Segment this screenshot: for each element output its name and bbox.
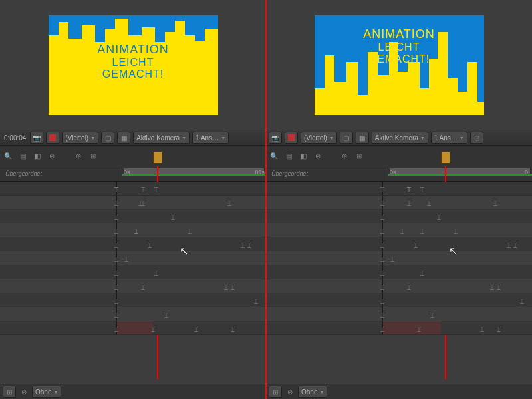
track-row[interactable]	[0, 307, 266, 321]
motion-blur-icon[interactable]: ⊚	[73, 150, 84, 161]
track-row[interactable]	[266, 279, 532, 293]
keyframe-icon[interactable]	[134, 227, 140, 233]
track-lane[interactable]	[383, 237, 532, 251]
track-lane[interactable]	[383, 209, 532, 223]
track-lane[interactable]	[383, 307, 532, 321]
motion-blur-icon[interactable]: ⊚	[339, 150, 350, 161]
track-row[interactable]	[266, 307, 532, 321]
resolution-dropdown[interactable]: (Viertel)▼	[301, 132, 337, 144]
keyframe-icon[interactable]	[520, 297, 525, 303]
keyframe-icon[interactable]	[480, 325, 485, 331]
blendmode-dropdown[interactable]: Ohne▼	[32, 386, 61, 398]
track-row[interactable]	[0, 321, 266, 335]
search-icon[interactable]: 🔍	[269, 150, 279, 161]
track-lane[interactable]	[117, 321, 266, 334]
keyframe-icon[interactable]	[414, 241, 419, 247]
keyframe-icon[interactable]	[171, 213, 176, 219]
keyframe-icon[interactable]	[407, 186, 412, 191]
draft3d-icon[interactable]: ◧	[32, 150, 43, 161]
frame-blend-icon[interactable]: ⊘	[47, 150, 57, 161]
snapshot-button[interactable]: 📷	[269, 132, 282, 144]
track-lane[interactable]	[383, 182, 532, 195]
graph-editor-icon[interactable]: ⊞	[354, 150, 364, 161]
views-dropdown[interactable]: 1 Ans…▼	[192, 132, 229, 144]
track-lane[interactable]	[383, 321, 532, 334]
fast-previews-button[interactable]: ⊡	[470, 132, 483, 144]
track-row[interactable]	[266, 182, 532, 196]
keyframe-icon[interactable]	[247, 241, 253, 247]
track-row[interactable]	[266, 251, 532, 265]
keyframe-icon[interactable]	[154, 186, 160, 191]
views-dropdown[interactable]: 1 Ans…▼	[431, 132, 467, 144]
link-icon[interactable]: ⊘	[285, 386, 295, 397]
keyframe-icon[interactable]	[231, 325, 236, 331]
track-row[interactable]	[266, 237, 532, 251]
track-row[interactable]	[0, 182, 266, 196]
track-row[interactable]	[0, 251, 266, 265]
keyframe-icon[interactable]	[241, 241, 246, 247]
toggle-switches-button[interactable]: ⊞	[269, 386, 282, 398]
track-row[interactable]	[0, 196, 266, 209]
keyframe-icon[interactable]	[124, 255, 130, 261]
keyframe-icon[interactable]	[138, 200, 144, 205]
keyframe-icon[interactable]	[254, 297, 259, 303]
transparency-grid-button[interactable]: ▦	[117, 132, 130, 144]
time-ruler-left[interactable]: 0s 01s	[122, 166, 266, 181]
track-lane[interactable]	[383, 196, 532, 209]
keyframe-icon[interactable]	[420, 186, 426, 191]
keyframe-icon[interactable]	[407, 200, 412, 205]
time-ruler-right[interactable]: 0s 0	[388, 166, 532, 181]
track-row[interactable]	[266, 209, 532, 223]
track-lane[interactable]	[117, 196, 266, 209]
keyframe-icon[interactable]	[437, 213, 442, 219]
keyframe-icon[interactable]	[430, 311, 436, 317]
work-area-bar[interactable]	[124, 168, 265, 174]
track-row[interactable]	[0, 265, 266, 279]
track-row[interactable]	[266, 223, 532, 237]
track-lane[interactable]	[117, 209, 266, 223]
keyframe-icon[interactable]	[507, 241, 512, 247]
graph-editor-icon[interactable]: ⊞	[88, 150, 98, 161]
track-lane[interactable]	[383, 265, 532, 279]
track-row[interactable]	[266, 196, 532, 209]
keyframe-icon[interactable]	[227, 200, 233, 205]
keyframe-icon[interactable]	[134, 227, 140, 233]
frame-blend-icon[interactable]: ⊘	[313, 150, 323, 161]
link-icon[interactable]: ⊘	[19, 386, 29, 397]
keyframe-icon[interactable]	[141, 283, 146, 289]
camera-dropdown[interactable]: Aktive Kamera▼	[133, 132, 190, 144]
keyframe-icon[interactable]	[141, 186, 146, 191]
roi-button[interactable]: ▢	[340, 132, 353, 144]
track-lane[interactable]	[117, 223, 266, 237]
keyframe-icon[interactable]	[194, 325, 200, 331]
keyframe-icon[interactable]	[497, 283, 502, 289]
keyframe-icon[interactable]	[454, 227, 459, 233]
toggle-switches-button[interactable]: ⊞	[3, 386, 16, 398]
resolution-dropdown[interactable]: (Viertel)▼	[62, 132, 98, 144]
keyframe-icon[interactable]	[188, 227, 193, 233]
work-area-bar[interactable]	[390, 168, 531, 174]
track-row[interactable]	[266, 293, 532, 307]
draft3d-icon[interactable]: ◧	[298, 150, 309, 161]
track-row[interactable]	[266, 321, 532, 335]
keyframe-icon[interactable]	[427, 200, 432, 205]
keyframe-icon[interactable]	[231, 283, 236, 289]
keyframe-icon[interactable]	[513, 241, 519, 247]
transparency-grid-button[interactable]: ▦	[356, 132, 369, 144]
keyframe-icon[interactable]	[224, 283, 229, 289]
track-row[interactable]	[0, 293, 266, 307]
keyframe-icon[interactable]	[154, 269, 160, 275]
track-lane[interactable]	[383, 251, 532, 265]
track-lane[interactable]	[117, 182, 266, 195]
composition-flowchart-icon[interactable]: ▤	[17, 150, 28, 161]
track-lane[interactable]	[117, 237, 266, 251]
keyframe-icon[interactable]	[407, 283, 412, 289]
blendmode-dropdown[interactable]: Ohne▼	[298, 386, 327, 398]
track-lane[interactable]	[383, 223, 532, 237]
track-lane[interactable]	[117, 279, 266, 293]
keyframe-icon[interactable]	[141, 200, 146, 205]
snapshot-button[interactable]: 📷	[30, 132, 43, 144]
keyframe-icon[interactable]	[400, 227, 406, 233]
keyframe-icon[interactable]	[390, 255, 396, 261]
keyframe-icon[interactable]	[497, 325, 502, 331]
